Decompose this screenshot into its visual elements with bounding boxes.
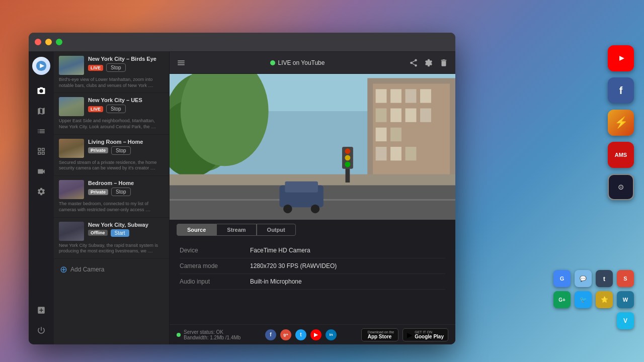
- svg-rect-16: [420, 109, 431, 122]
- add-camera-button[interactable]: ⊕ Add Camera: [54, 259, 169, 280]
- sidebar-item-cameras[interactable]: [32, 82, 50, 100]
- youtube-app-icon[interactable]: [608, 45, 634, 71]
- menu-button[interactable]: [177, 58, 186, 67]
- mini-icon-stumble[interactable]: S: [617, 270, 634, 287]
- status-badge-livingroom: Private: [88, 147, 108, 153]
- live-dot: [270, 60, 275, 65]
- mini-icon-gold[interactable]: ⭐: [596, 291, 613, 308]
- social-linkedin[interactable]: in: [326, 329, 337, 340]
- camera-name-ues: New York City – UES: [88, 97, 164, 103]
- mini-icon-google[interactable]: G: [553, 270, 571, 287]
- camera-desc-ues: Upper East Side and neighborhood, Manhat…: [59, 118, 164, 130]
- social-icons: f g+ t ▶ in: [265, 329, 337, 340]
- audio-input-row: Audio input Built-in Microphone: [180, 274, 445, 290]
- google-play-badge[interactable]: ▶ GET IT ON Google Play: [403, 328, 448, 341]
- google-play-sub: GET IT ON: [415, 330, 444, 334]
- camera-info-subway: New York City, Subway Offline Start: [88, 222, 164, 237]
- tab-stream[interactable]: Stream: [216, 224, 256, 236]
- mini-icon-vimeo[interactable]: V: [617, 312, 634, 329]
- store-badges: Download on the App Store ▶ GET IT ON Go…: [361, 328, 448, 341]
- stop-button-bedroom[interactable]: Stop: [111, 188, 131, 196]
- camera-mode-label: Camera mode: [180, 262, 250, 269]
- close-button[interactable]: [35, 39, 41, 45]
- tab-source[interactable]: Source: [177, 224, 216, 236]
- title-bar: [29, 33, 455, 52]
- camera-desc-birds: Bird's-eye view of Lower Manhattan, zoom…: [59, 77, 164, 88]
- svg-rect-11: [406, 89, 417, 103]
- stop-button-livingroom[interactable]: Stop: [111, 146, 131, 155]
- sidebar-item-settings[interactable]: [32, 183, 50, 201]
- source-info-panel: Device FaceTime HD Camera Camera mode 12…: [170, 236, 455, 324]
- svg-rect-19: [376, 147, 387, 160]
- camera-thumb-bedroom: [59, 180, 84, 199]
- social-youtube[interactable]: ▶: [310, 329, 321, 340]
- status-badge-subway: Offline: [88, 230, 108, 236]
- svg-rect-9: [376, 89, 387, 103]
- ams-app-icon[interactable]: AMS: [608, 142, 634, 168]
- camera-thumb-birds: [59, 56, 84, 75]
- server-status-dot: [177, 333, 181, 337]
- svg-rect-15: [406, 109, 417, 122]
- top-bar: LIVE on YouTube: [170, 52, 455, 74]
- sidebar-item-grid[interactable]: [32, 142, 50, 160]
- mini-icon-tumblr[interactable]: t: [596, 270, 613, 287]
- main-content: New York City – Birds Eye LIVE Stop Bird…: [29, 52, 455, 344]
- footer: Server status: OK Bandwidth: 1.2Mb /1.4M…: [170, 324, 455, 344]
- camera-item-ues[interactable]: New York City – UES LIVE Stop Upper East…: [54, 93, 169, 134]
- camera-item-livingroom[interactable]: Living Room – Home Private Stop Secured …: [54, 135, 169, 176]
- svg-rect-26: [285, 182, 318, 193]
- camera-thumb-livingroom: [59, 139, 84, 158]
- app-logo[interactable]: [32, 57, 50, 75]
- google-play-name: Google Play: [415, 334, 444, 339]
- right-app-icons: f ⚡ AMS ⊙: [608, 45, 634, 200]
- svg-rect-13: [376, 109, 387, 122]
- svg-rect-10: [390, 89, 401, 103]
- s5-app-icon[interactable]: ⊙: [608, 174, 634, 200]
- social-googleplus[interactable]: g+: [280, 329, 291, 340]
- svg-rect-18: [390, 128, 401, 141]
- svg-rect-12: [420, 89, 431, 103]
- lightning-app-icon[interactable]: ⚡: [608, 110, 634, 136]
- camera-info-birds: New York City – Birds Eye LIVE Stop: [88, 56, 164, 72]
- svg-rect-14: [390, 109, 401, 122]
- sidebar-item-list[interactable]: [32, 122, 50, 140]
- mini-icon-wordpress[interactable]: W: [617, 291, 634, 308]
- svg-point-32: [345, 155, 350, 160]
- sidebar-item-map[interactable]: [32, 102, 50, 120]
- mini-icon-twitter[interactable]: 🐦: [575, 291, 592, 308]
- share-button[interactable]: [409, 58, 418, 67]
- camera-mode-value: 644x362 30 FPS (RAWVIDEO): [250, 262, 337, 269]
- svg-rect-20: [390, 147, 401, 160]
- device-label: Device: [180, 247, 250, 254]
- audio-input-label: Audio input: [180, 278, 250, 285]
- mini-icon-g2[interactable]: G+: [553, 291, 571, 308]
- camera-item-subway[interactable]: New York City, Subway Offline Start New …: [54, 218, 169, 259]
- camera-desc-subway: New York City Subway, the rapid transit …: [59, 243, 164, 254]
- facebook-app-icon[interactable]: f: [608, 77, 634, 104]
- sidebar-item-power[interactable]: [32, 321, 50, 339]
- camera-name-livingroom: Living Room – Home: [88, 139, 164, 145]
- delete-button[interactable]: [439, 58, 448, 67]
- maximize-button[interactable]: [56, 39, 62, 45]
- start-button-subway[interactable]: Start: [111, 229, 129, 237]
- camera-info-ues: New York City – UES LIVE Stop: [88, 97, 164, 113]
- tab-output[interactable]: Output: [257, 224, 296, 236]
- tabs-area: Source Stream Output: [170, 220, 455, 236]
- stop-button-birds[interactable]: Stop: [106, 63, 126, 72]
- mini-icon-message[interactable]: 💬: [575, 270, 592, 287]
- social-facebook[interactable]: f: [265, 329, 276, 340]
- camera-item-bedroom[interactable]: Bedroom – Home Private Stop The master b…: [54, 176, 169, 217]
- app-store-badge[interactable]: Download on the App Store: [361, 328, 399, 341]
- audio-input-value: Built-in Microphone: [250, 278, 302, 285]
- sidebar-item-add[interactable]: [32, 301, 50, 319]
- social-twitter[interactable]: t: [295, 329, 306, 340]
- settings-button[interactable]: [424, 58, 433, 67]
- camera-info-bedroom: Bedroom – Home Private Stop: [88, 180, 164, 196]
- video-frame: [170, 74, 455, 220]
- minimize-button[interactable]: [45, 39, 52, 45]
- stop-button-ues[interactable]: Stop: [106, 105, 126, 113]
- google-play-icon: ▶: [407, 331, 413, 339]
- camera-item-birds-eye[interactable]: New York City – Birds Eye LIVE Stop Bird…: [54, 52, 169, 93]
- sidebar-item-video[interactable]: [32, 162, 50, 180]
- camera-list: New York City – Birds Eye LIVE Stop Bird…: [54, 52, 170, 344]
